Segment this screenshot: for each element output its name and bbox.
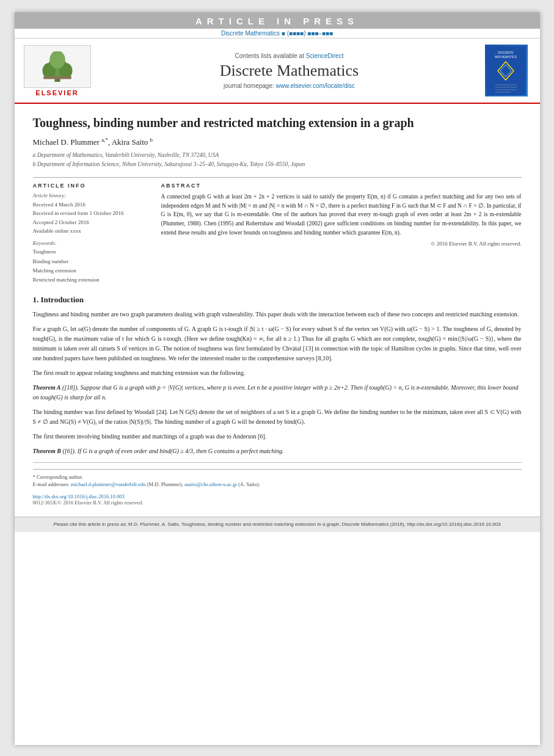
intro-para-5: The first theorem involving binding numb… bbox=[33, 432, 522, 442]
footnote-divider bbox=[33, 462, 522, 463]
keywords-list: Toughness Binding number Matching extens… bbox=[33, 247, 149, 285]
intro-para-1: Toughness and binding number are two gra… bbox=[33, 310, 522, 319]
theorem-b-text: If G is a graph of even order and bind(G… bbox=[78, 448, 284, 454]
bottom-bar: Please cite this article in press as: M.… bbox=[15, 517, 540, 532]
keyword-2: Binding number bbox=[33, 257, 149, 266]
abstract-text: A connected graph G with at least 2m + 2… bbox=[161, 192, 522, 238]
theorem-b-label: Theorem B bbox=[33, 448, 61, 454]
affiliations: a Department of Mathematics, Vanderbilt … bbox=[33, 151, 522, 169]
received-date: Received 4 March 2016 bbox=[33, 200, 149, 209]
affiliation-a: a Department of Mathematics, Vanderbilt … bbox=[33, 151, 522, 159]
theorem-b: Theorem B ([6]). If G is a graph of even… bbox=[33, 446, 522, 456]
elsevier-logo-image bbox=[24, 45, 91, 88]
footnote-area: * Corresponding author. E-mail addresses… bbox=[33, 469, 522, 489]
email2-name: (A. Saito). bbox=[238, 481, 260, 487]
abstract-copyright: © 2016 Elsevier B.V. All rights reserved… bbox=[161, 241, 522, 247]
keyword-4: Restricted matching extension bbox=[33, 275, 149, 285]
abstract-column: ABSTRACT A connected graph G with at lea… bbox=[161, 183, 522, 285]
banner-text: ARTICLE IN PRESS bbox=[195, 16, 359, 26]
svg-rect-5 bbox=[43, 76, 71, 79]
accepted-date: Accepted 2 October 2016 bbox=[33, 218, 149, 227]
elsevier-tree-icon bbox=[30, 51, 85, 82]
article-info-column: ARTICLE INFO Article history: Received 4… bbox=[33, 183, 149, 285]
svg-text:DISCRETE: DISCRETE bbox=[498, 51, 514, 54]
email-footnote: E-mail addresses: michael.d.plummer@vand… bbox=[33, 481, 522, 489]
email1-name: (M.D. Plummer), bbox=[147, 481, 183, 487]
issn-line: 0012-365X/© 2016 Elsevier B.V. All right… bbox=[33, 500, 522, 506]
article-content: Toughness, binding number and restricted… bbox=[15, 104, 540, 517]
contents-available-line: Contents lists available at ScienceDirec… bbox=[235, 53, 344, 59]
author-names: Michael D. Plummer a,*, Akira Saito b bbox=[33, 137, 153, 147]
svg-point-4 bbox=[49, 51, 65, 68]
abstract-label: ABSTRACT bbox=[161, 183, 522, 189]
article-info-label: ARTICLE INFO bbox=[33, 183, 149, 189]
elsevier-brand-text: ELSEVIER bbox=[35, 89, 78, 96]
sciencedirect-link[interactable]: ScienceDirect bbox=[306, 53, 344, 59]
article-in-press-banner: ARTICLE IN PRESS bbox=[15, 12, 540, 29]
elsevier-logo: ELSEVIER bbox=[21, 45, 94, 96]
email1-link[interactable]: michael.d.plummer@vanderbilt.edu bbox=[71, 481, 146, 487]
doi-line: http://dx.doi.org/10.1016/j.disc.2016.10… bbox=[33, 493, 522, 500]
header-area: ELSEVIER Contents lists available at Sci… bbox=[15, 38, 540, 104]
homepage-link[interactable]: www.elsevier.com/locate/disc bbox=[276, 82, 355, 89]
intro-para-4: The binding number was first defined by … bbox=[33, 407, 522, 427]
homepage-line: journal homepage: www.elsevier.com/locat… bbox=[224, 82, 355, 89]
affiliation-b: b Department of Information Science, Nih… bbox=[33, 160, 522, 169]
header-center: Contents lists available at ScienceDirec… bbox=[100, 45, 479, 96]
info-abstract-section: ARTICLE INFO Article history: Received 4… bbox=[33, 177, 522, 285]
theorem-a-label: Theorem A bbox=[33, 384, 61, 391]
intro-para-3: The first result to appear relating toug… bbox=[33, 368, 522, 378]
journal-bar-link[interactable]: Discrete Mathematics ■ (■■■■) ■■■–■■■ bbox=[221, 30, 333, 37]
email-label: E-mail addresses: bbox=[33, 481, 70, 487]
keyword-3: Matching extension bbox=[33, 266, 149, 275]
homepage-text: journal homepage: bbox=[224, 82, 274, 89]
journal-bar: Discrete Mathematics ■ (■■■■) ■■■–■■■ bbox=[15, 29, 540, 38]
page: ARTICLE IN PRESS Discrete Mathematics ■ … bbox=[15, 12, 540, 745]
theorem-a-text: Suppose that G is a graph with p = |V(G)… bbox=[33, 384, 519, 401]
email2-link[interactable]: asaito@chs.nihon-u.ac.jp bbox=[184, 481, 237, 487]
keywords-heading: Keywords: bbox=[33, 240, 149, 246]
theorem-a: Theorem A ([18]). Suppose that G is a gr… bbox=[33, 383, 522, 402]
corresponding-author-note: * Corresponding author. bbox=[33, 473, 522, 481]
journal-cover-image: DISCRETE MATHEMATICS bbox=[485, 45, 528, 96]
corresponding-star: * Corresponding author. bbox=[33, 474, 83, 480]
introduction-heading: 1. Introduction bbox=[33, 295, 522, 305]
bottom-bar-text: Please cite this article in press as: M.… bbox=[53, 522, 500, 527]
intro-para-2: For a graph G, let ω(G) denote the numbe… bbox=[33, 324, 522, 363]
authors-line: Michael D. Plummer a,*, Akira Saito b bbox=[33, 137, 522, 147]
theorem-a-ref: ([18]). bbox=[62, 384, 79, 391]
article-dates: Received 4 March 2016 Received in revise… bbox=[33, 200, 149, 236]
available-online: Available online xxxx bbox=[33, 227, 149, 235]
journal-title: Discrete Mathematics bbox=[220, 62, 359, 80]
cover-svg: DISCRETE MATHEMATICS bbox=[486, 46, 526, 95]
svg-text:MATHEMATICS: MATHEMATICS bbox=[495, 55, 517, 59]
article-history-label: Article history: bbox=[33, 192, 149, 198]
doi-link[interactable]: http://dx.doi.org/10.1016/j.disc.2016.10… bbox=[33, 493, 125, 500]
article-title: Toughness, binding number and restricted… bbox=[33, 115, 522, 131]
theorem-b-ref: ([6]). bbox=[62, 448, 76, 454]
received-revised-date: Received in revised form 1 October 2016 bbox=[33, 209, 149, 217]
keyword-1: Toughness bbox=[33, 247, 149, 256]
contents-text: Contents lists available at bbox=[235, 53, 304, 59]
